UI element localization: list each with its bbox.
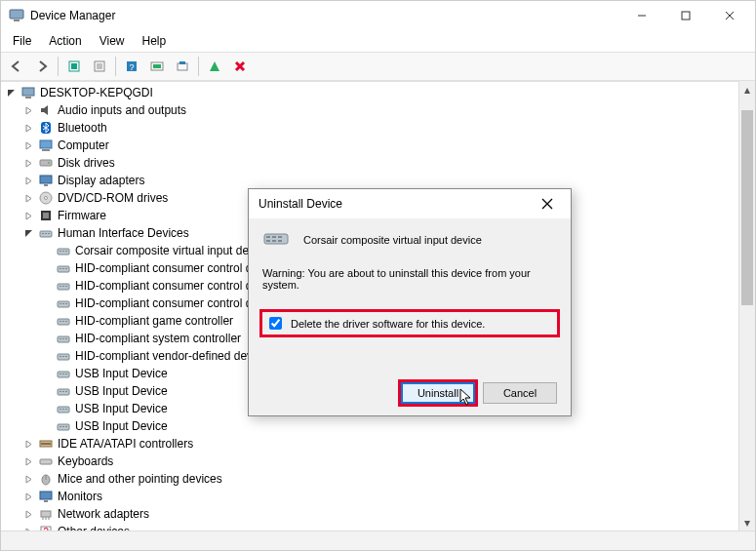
svg-rect-82 bbox=[41, 443, 51, 445]
dvd-icon bbox=[38, 190, 54, 206]
properties-icon[interactable] bbox=[88, 55, 111, 78]
tree-item[interactable]: Computer bbox=[1, 137, 755, 154]
display-icon bbox=[38, 173, 54, 188]
tree-spacer bbox=[40, 315, 53, 328]
uninstall-button[interactable]: Uninstall bbox=[401, 382, 475, 404]
tree-item[interactable]: Audio inputs and outputs bbox=[1, 101, 755, 119]
update-driver-icon[interactable] bbox=[171, 55, 194, 78]
toolbar-separator bbox=[58, 57, 59, 76]
scroll-thumb[interactable] bbox=[741, 110, 753, 305]
svg-rect-1 bbox=[14, 20, 20, 21]
tree-spacer bbox=[40, 350, 53, 363]
tree-item-label: Network adapters bbox=[58, 507, 149, 521]
tree-item-label: Computer bbox=[58, 138, 109, 152]
delete-driver-checkbox[interactable] bbox=[269, 317, 282, 330]
svg-rect-97 bbox=[266, 240, 270, 242]
svg-rect-96 bbox=[278, 236, 282, 238]
svg-rect-32 bbox=[43, 213, 49, 218]
tree-item[interactable]: Keyboards bbox=[1, 453, 755, 470]
tree-item[interactable]: USB Input Device bbox=[1, 417, 755, 435]
expand-icon[interactable] bbox=[22, 157, 35, 170]
expand-icon[interactable] bbox=[22, 210, 35, 222]
enable-device-icon[interactable] bbox=[203, 55, 226, 78]
show-hidden-icon[interactable] bbox=[62, 55, 86, 78]
expand-icon[interactable] bbox=[22, 175, 35, 187]
svg-rect-70 bbox=[60, 391, 61, 392]
svg-rect-55 bbox=[62, 321, 64, 322]
collapse-icon[interactable] bbox=[22, 227, 35, 240]
tree-item-label: Firmware bbox=[58, 209, 106, 222]
svg-rect-87 bbox=[44, 500, 48, 502]
tree-item[interactable]: Disk drives bbox=[1, 154, 755, 172]
svg-rect-40 bbox=[65, 251, 67, 252]
other-icon: ? bbox=[38, 524, 54, 531]
statusbar bbox=[1, 531, 755, 550]
svg-rect-51 bbox=[62, 303, 64, 304]
svg-rect-58 bbox=[60, 338, 61, 339]
bt-icon bbox=[38, 120, 54, 136]
tree-item-label: USB Input Device bbox=[75, 419, 168, 433]
expand-icon[interactable] bbox=[22, 122, 35, 135]
menu-file[interactable]: File bbox=[5, 32, 39, 50]
scroll-down-icon[interactable]: ▾ bbox=[739, 514, 755, 531]
tree-item[interactable]: IDE ATA/ATAPI controllers bbox=[1, 435, 755, 453]
svg-rect-66 bbox=[60, 374, 61, 374]
back-button[interactable] bbox=[5, 55, 28, 78]
expand-icon[interactable] bbox=[22, 473, 35, 486]
tree-root[interactable]: DESKTOP-KEPQGDI bbox=[1, 84, 755, 101]
svg-rect-20 bbox=[22, 88, 34, 96]
tree-item[interactable]: ?Other devices bbox=[1, 523, 755, 531]
menu-help[interactable]: Help bbox=[135, 32, 175, 50]
expand-icon[interactable] bbox=[22, 508, 35, 521]
hid-icon bbox=[56, 313, 71, 329]
maximize-button[interactable] bbox=[663, 2, 707, 29]
expand-icon[interactable] bbox=[22, 104, 35, 117]
tree-item[interactable]: Mice and other pointing devices bbox=[1, 470, 755, 488]
uninstall-device-dialog: Uninstall Device Cors bbox=[248, 188, 572, 416]
expand-icon[interactable] bbox=[22, 192, 35, 205]
svg-point-26 bbox=[48, 162, 50, 164]
svg-rect-93 bbox=[264, 234, 288, 244]
expand-icon[interactable] bbox=[22, 438, 35, 451]
mouse-icon bbox=[38, 471, 54, 487]
tree-item-label: DESKTOP-KEPQGDI bbox=[40, 86, 153, 99]
expand-icon[interactable] bbox=[22, 455, 35, 468]
svg-rect-38 bbox=[60, 251, 61, 252]
dialog-close-button[interactable] bbox=[528, 190, 567, 217]
expand-icon[interactable] bbox=[22, 139, 35, 152]
menu-action[interactable]: Action bbox=[41, 32, 89, 50]
expand-icon[interactable] bbox=[22, 491, 35, 503]
cancel-button[interactable]: Cancel bbox=[483, 382, 557, 404]
monitor-icon bbox=[38, 489, 54, 504]
tree-item[interactable]: Monitors bbox=[1, 488, 755, 505]
tree-spacer bbox=[40, 333, 53, 345]
svg-rect-36 bbox=[48, 233, 50, 234]
dialog-titlebar: Uninstall Device bbox=[249, 189, 571, 218]
uninstall-device-icon[interactable] bbox=[228, 55, 252, 78]
menu-view[interactable]: View bbox=[92, 32, 133, 50]
tree-item[interactable]: Bluetooth bbox=[1, 119, 755, 137]
tree-item[interactable]: Display adapters bbox=[1, 172, 755, 189]
tree-item-label: Corsair composite virtual input device bbox=[75, 244, 269, 257]
tree-item[interactable]: Network adapters bbox=[1, 505, 755, 523]
help-icon[interactable]: ? bbox=[120, 55, 143, 78]
svg-rect-54 bbox=[60, 321, 61, 322]
hid-icon bbox=[56, 418, 71, 434]
delete-driver-label: Delete the driver software for this devi… bbox=[291, 318, 485, 330]
forward-button[interactable] bbox=[30, 55, 54, 78]
kb-icon bbox=[38, 453, 54, 469]
close-button[interactable] bbox=[707, 2, 751, 29]
svg-rect-68 bbox=[65, 374, 67, 374]
dialog-body: Corsair composite virtual input device W… bbox=[249, 218, 571, 344]
vertical-scrollbar[interactable]: ▴ ▾ bbox=[738, 81, 755, 531]
scan-hardware-icon[interactable] bbox=[145, 55, 169, 78]
minimize-button[interactable] bbox=[619, 2, 663, 29]
svg-rect-83 bbox=[40, 459, 52, 464]
hid-icon bbox=[56, 383, 71, 399]
svg-rect-67 bbox=[62, 374, 64, 374]
hid-icon bbox=[38, 225, 54, 241]
collapse-icon[interactable] bbox=[5, 87, 18, 99]
svg-rect-78 bbox=[60, 426, 61, 427]
tree-item-label: DVD/CD-ROM drives bbox=[58, 191, 168, 205]
scroll-up-icon[interactable]: ▴ bbox=[739, 81, 755, 98]
